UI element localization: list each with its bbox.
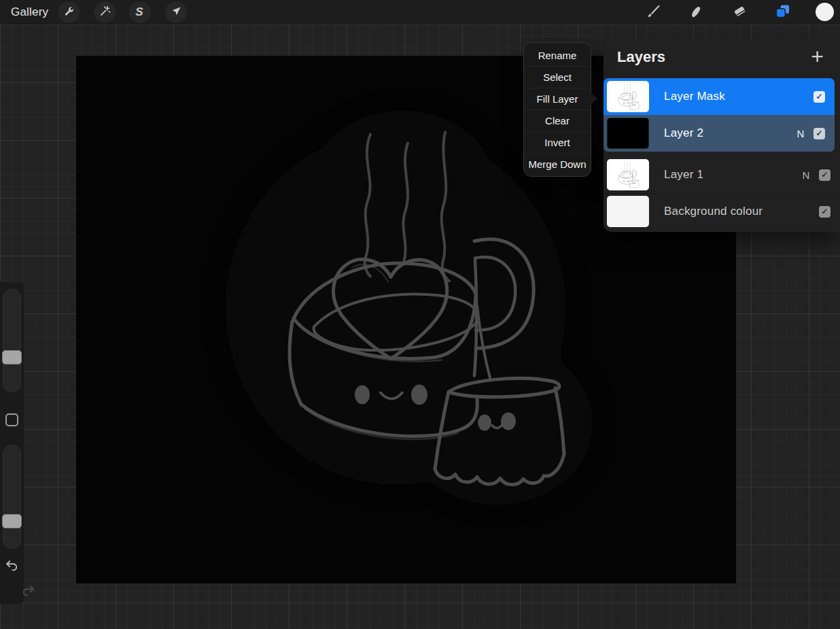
layer-name: Background colour bbox=[664, 205, 763, 218]
transform-button[interactable] bbox=[165, 1, 187, 23]
checkmark-icon: ✓ bbox=[821, 207, 828, 216]
top-toolbar: Gallery S bbox=[0, 0, 840, 24]
brush-button[interactable] bbox=[645, 3, 663, 21]
layers-stack-icon bbox=[775, 3, 790, 22]
layers-panel-title: Layers bbox=[617, 48, 665, 66]
layer-thumbnail[interactable] bbox=[607, 159, 649, 190]
menu-item-invert[interactable]: Invert bbox=[524, 131, 591, 153]
layers-panel: Layers + Layer Mask ✓ Layer 2 N ✓ bbox=[603, 39, 840, 232]
procreate-window: Gallery S bbox=[0, 0, 840, 629]
layer-row-layer-1[interactable]: Layer 1 N ✓ bbox=[603, 156, 840, 193]
blend-mode-label[interactable]: N bbox=[794, 128, 807, 139]
layer-thumbnail[interactable] bbox=[607, 118, 649, 149]
undo-button[interactable] bbox=[4, 558, 20, 573]
smudge-button[interactable] bbox=[688, 3, 705, 21]
menu-item-select[interactable]: Select bbox=[524, 66, 591, 88]
layer-context-menu: Rename Select Fill Layer Clear Invert Me… bbox=[523, 42, 591, 177]
modify-button[interactable] bbox=[5, 413, 18, 426]
brush-opacity-slider[interactable] bbox=[3, 445, 21, 549]
redo-icon bbox=[4, 589, 20, 600]
menu-item-clear[interactable]: Clear bbox=[524, 109, 591, 131]
redo-button[interactable] bbox=[4, 583, 20, 598]
layers-button[interactable] bbox=[773, 3, 791, 21]
selection-button[interactable]: S bbox=[129, 1, 151, 23]
context-menu-pointer bbox=[590, 92, 597, 105]
checkmark-icon: ✓ bbox=[821, 170, 828, 180]
menu-item-rename[interactable]: Rename bbox=[524, 44, 591, 66]
menu-item-fill-layer[interactable]: Fill Layer bbox=[524, 88, 591, 109]
menu-item-merge-down[interactable]: Merge Down bbox=[524, 153, 591, 175]
paintbrush-icon bbox=[646, 3, 662, 22]
transform-arrow-icon bbox=[171, 5, 182, 20]
actions-button[interactable] bbox=[58, 1, 80, 23]
add-layer-button[interactable]: + bbox=[811, 44, 824, 69]
undo-icon bbox=[4, 564, 20, 575]
blend-mode-label[interactable]: N bbox=[800, 169, 812, 181]
layer-row-layer-mask[interactable]: Layer Mask ✓ bbox=[603, 78, 835, 115]
sidebar-controls bbox=[0, 282, 24, 604]
layer-row-background-colour[interactable]: Background colour ✓ bbox=[603, 193, 840, 229]
checkmark-icon: ✓ bbox=[816, 92, 822, 101]
brush-size-slider[interactable] bbox=[3, 289, 21, 392]
layer-name: Layer Mask bbox=[664, 90, 725, 103]
checkmark-icon: ✓ bbox=[816, 129, 822, 138]
layer-visibility-checkbox[interactable]: ✓ bbox=[819, 169, 830, 181]
brush-opacity-handle[interactable] bbox=[2, 514, 22, 528]
layer-row-layer-2[interactable]: Layer 2 N ✓ bbox=[603, 115, 835, 152]
erase-button[interactable] bbox=[731, 3, 748, 21]
smudge-finger-icon bbox=[689, 3, 705, 22]
adjustments-button[interactable] bbox=[94, 1, 116, 23]
layer-visibility-checkbox[interactable]: ✓ bbox=[813, 91, 825, 103]
layer-name: Layer 2 bbox=[664, 126, 703, 140]
wrench-icon bbox=[63, 5, 75, 20]
row-gap bbox=[603, 152, 840, 156]
brush-size-handle[interactable] bbox=[2, 350, 22, 364]
color-circle-icon[interactable] bbox=[816, 3, 834, 21]
layer-name: Layer 1 bbox=[664, 168, 703, 182]
layer-visibility-checkbox[interactable]: ✓ bbox=[819, 206, 830, 218]
gallery-button[interactable]: Gallery bbox=[11, 0, 48, 24]
magic-wand-icon bbox=[99, 5, 111, 20]
selection-s-icon: S bbox=[135, 5, 143, 19]
layer-thumbnail[interactable] bbox=[607, 196, 649, 227]
eraser-icon bbox=[732, 3, 748, 22]
layer-visibility-checkbox[interactable]: ✓ bbox=[813, 128, 825, 139]
layer-thumbnail[interactable] bbox=[607, 81, 649, 112]
layers-panel-header: Layers + bbox=[603, 39, 840, 78]
